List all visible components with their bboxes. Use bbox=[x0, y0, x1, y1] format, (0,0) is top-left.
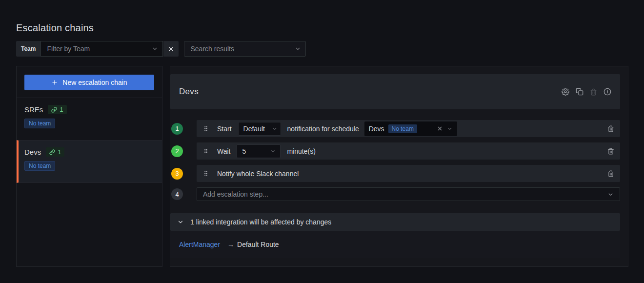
panel-header: Devs bbox=[170, 74, 620, 109]
drag-handle-icon[interactable] bbox=[202, 147, 209, 155]
step-number-badge: 3 bbox=[171, 168, 183, 180]
copy-icon bbox=[576, 88, 584, 96]
info-button[interactable] bbox=[604, 88, 611, 96]
add-step-row: 4 Add escalation step... bbox=[171, 187, 620, 201]
plus-icon bbox=[51, 79, 58, 86]
schedule-select[interactable]: Devs No team bbox=[364, 121, 457, 136]
trash-icon bbox=[607, 125, 614, 132]
chevron-down-icon bbox=[177, 219, 184, 225]
chevron-down-icon bbox=[607, 191, 614, 198]
escalation-chain-title: Devs bbox=[179, 87, 199, 97]
linked-count-badge: 1 bbox=[48, 105, 66, 114]
chain-name: Devs bbox=[24, 148, 41, 156]
notification-policy-value: Default bbox=[243, 125, 265, 133]
trash-icon bbox=[590, 88, 597, 96]
chain-list: SREs 1 No team Devs 1 No team bbox=[17, 98, 162, 183]
drag-handle-icon[interactable] bbox=[202, 170, 209, 177]
settings-button[interactable] bbox=[562, 88, 569, 96]
linked-count: 1 bbox=[58, 148, 61, 156]
delete-step-button[interactable] bbox=[607, 170, 614, 177]
chain-item-sres[interactable]: SREs 1 No team bbox=[17, 98, 162, 140]
linked-count-badge: 1 bbox=[46, 147, 64, 157]
page-title: Escalation chains bbox=[16, 22, 94, 34]
link-icon bbox=[49, 149, 55, 155]
trash-icon bbox=[607, 148, 614, 155]
team-filter-label: Team bbox=[16, 41, 40, 57]
info-icon bbox=[604, 88, 611, 96]
linked-count: 1 bbox=[60, 106, 63, 113]
integration-link[interactable]: AlertManager bbox=[179, 241, 220, 248]
team-badge: No team bbox=[24, 119, 55, 128]
chain-name: SREs bbox=[24, 105, 43, 114]
wait-duration-select[interactable]: 5 bbox=[237, 144, 281, 158]
step-number-badge: 1 bbox=[171, 123, 183, 135]
close-icon bbox=[168, 46, 174, 52]
step-suffix-label: minute(s) bbox=[287, 147, 315, 155]
team-badge: No team bbox=[24, 161, 55, 171]
clear-schedule-icon[interactable] bbox=[437, 125, 443, 132]
chevron-down-icon bbox=[447, 126, 453, 132]
copy-button[interactable] bbox=[576, 88, 584, 96]
schedule-team-badge: No team bbox=[388, 124, 417, 133]
team-filter-placeholder: Filter by Team bbox=[47, 45, 90, 53]
linked-integration-row: AlertManager → Default Route bbox=[170, 231, 620, 258]
clear-team-filter-button[interactable] bbox=[163, 41, 179, 57]
arrow-right-icon: → bbox=[227, 241, 234, 248]
wait-duration-value: 5 bbox=[242, 147, 246, 155]
step-number-badge: 2 bbox=[171, 145, 183, 157]
escalation-chain-sidebar: New escalation chain SREs 1 No team Devs… bbox=[16, 66, 162, 267]
escalation-step-row-3: 3 Notify whole Slack channel bbox=[171, 165, 620, 182]
linked-integrations-summary: 1 linked integration will be affected by… bbox=[190, 218, 331, 226]
escalation-chain-panel: Devs 1 Start Default notification for sc… bbox=[170, 66, 628, 267]
chain-item-devs[interactable]: Devs 1 No team bbox=[17, 140, 162, 183]
escalation-step-row-2: 2 Wait 5 minute(s) bbox=[171, 142, 620, 160]
trash-icon bbox=[607, 170, 614, 177]
drag-handle-icon[interactable] bbox=[202, 125, 209, 132]
link-icon bbox=[51, 107, 57, 113]
delete-step-button[interactable] bbox=[607, 125, 614, 132]
delete-chain-button[interactable] bbox=[590, 88, 597, 96]
chevron-down-icon bbox=[270, 148, 276, 154]
step-middle-label: notification for schedule bbox=[287, 125, 359, 133]
team-filter-select[interactable]: Filter by Team bbox=[40, 41, 163, 57]
new-escalation-chain-button[interactable]: New escalation chain bbox=[24, 75, 154, 90]
search-results-select[interactable]: Search results bbox=[184, 41, 306, 57]
step-prefix-label: Wait bbox=[217, 147, 230, 155]
search-placeholder: Search results bbox=[190, 45, 234, 53]
new-escalation-chain-label: New escalation chain bbox=[62, 79, 127, 86]
schedule-value: Devs bbox=[369, 125, 384, 133]
step-prefix-label: Start bbox=[217, 125, 232, 133]
add-step-placeholder: Add escalation step... bbox=[203, 190, 268, 198]
linked-integrations-section: 1 linked integration will be affected by… bbox=[170, 213, 620, 258]
notification-policy-select[interactable]: Default bbox=[238, 122, 281, 136]
chevron-down-icon bbox=[295, 46, 301, 52]
step-label: Notify whole Slack channel bbox=[217, 170, 299, 178]
chevron-down-icon bbox=[152, 46, 158, 52]
filter-bar: Team Filter by Team Search results bbox=[16, 41, 306, 57]
escalation-steps: 1 Start Default notification for schedul… bbox=[171, 120, 620, 201]
chevron-down-icon bbox=[272, 126, 278, 132]
linked-integrations-toggle[interactable]: 1 linked integration will be affected by… bbox=[170, 213, 620, 231]
route-label: Default Route bbox=[237, 241, 279, 248]
delete-step-button[interactable] bbox=[607, 148, 614, 155]
gear-icon bbox=[562, 88, 569, 96]
step-number-badge: 4 bbox=[171, 188, 183, 200]
escalation-step-row-1: 1 Start Default notification for schedul… bbox=[171, 120, 620, 137]
add-escalation-step-select[interactable]: Add escalation step... bbox=[197, 187, 620, 201]
